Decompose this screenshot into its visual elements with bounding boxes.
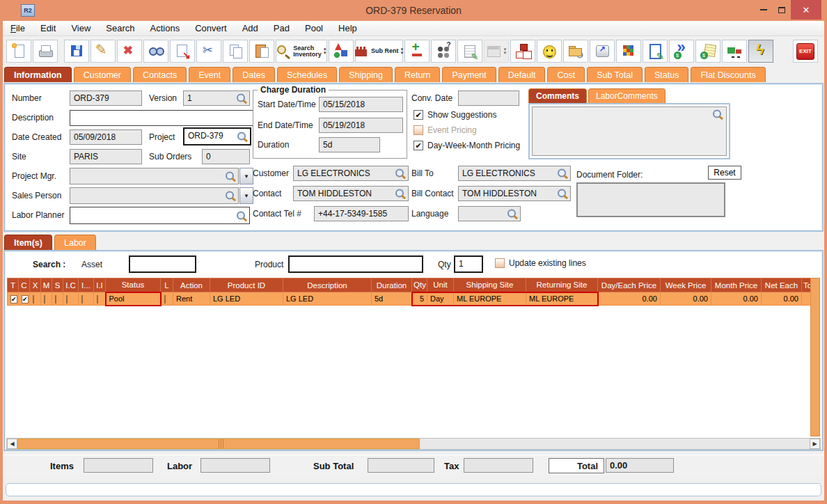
cell-description[interactable]: LG LED — [283, 292, 372, 306]
title-bar[interactable]: R2 ORD-379 Reservation ✕ — [0, 0, 827, 21]
col-product-id[interactable]: Product ID — [210, 278, 283, 292]
contact-field[interactable]: TOM HIDDLESTON — [293, 186, 409, 201]
dropdown-arrows-icon[interactable] — [400, 48, 404, 55]
checkbox-icon[interactable] — [22, 295, 29, 304]
menu-actions[interactable]: Actions — [143, 22, 188, 35]
cell-ii[interactable] — [94, 292, 106, 306]
exit-button[interactable]: EXIT — [793, 40, 818, 63]
scrollbar-track[interactable] — [420, 439, 810, 449]
checkbox-icon[interactable] — [33, 295, 34, 304]
checkbox-icon[interactable] — [66, 295, 68, 304]
cut-button[interactable] — [196, 40, 221, 63]
col-s[interactable]: S — [52, 278, 63, 292]
cell-t[interactable] — [8, 292, 19, 306]
cell-net-each[interactable]: 0.00 — [762, 292, 802, 306]
project-mgr-dropdown[interactable] — [239, 168, 253, 184]
cell-ic[interactable] — [63, 292, 79, 306]
search-inventory-button[interactable]: Search Inventory — [276, 40, 326, 63]
cell-action[interactable]: Rent — [173, 292, 210, 306]
version-field[interactable]: 1 — [183, 90, 250, 106]
smiley-button[interactable] — [537, 40, 562, 63]
org-chart-button[interactable] — [510, 40, 535, 63]
search-icon[interactable] — [557, 189, 568, 199]
menu-search[interactable]: Search — [98, 22, 142, 35]
bill-to-field[interactable]: LG ELECTRONICS — [458, 166, 571, 181]
menu-convert[interactable]: Convert — [187, 22, 235, 35]
show-suggestions-checkbox[interactable] — [414, 110, 423, 120]
tab-dates[interactable]: Dates — [233, 67, 275, 82]
tab-default[interactable]: Default — [498, 67, 546, 82]
checkbox-icon[interactable] — [97, 295, 98, 304]
edit-document-button[interactable] — [643, 40, 668, 63]
paste-button[interactable] — [249, 40, 274, 63]
tab-labor[interactable]: Labor — [54, 235, 96, 250]
color-blocks-button[interactable] — [616, 40, 641, 63]
search-icon[interactable] — [507, 209, 518, 219]
menu-pad[interactable]: Pad — [266, 22, 297, 35]
maximize-button[interactable] — [773, 0, 791, 19]
cell-x[interactable] — [30, 292, 41, 306]
cell-day-each-price[interactable]: 0.00 — [598, 292, 661, 306]
project-input[interactable]: ORD-379 — [183, 127, 251, 145]
tab-items[interactable]: Item(s) — [4, 235, 52, 250]
cell-month-price[interactable]: 0.00 — [711, 292, 762, 306]
col-qty[interactable]: Qty — [412, 278, 427, 292]
horizontal-scrollbar[interactable]: ◀ ▶ — [6, 438, 821, 450]
cell-status[interactable]: Pool — [106, 292, 161, 306]
col-ic[interactable]: I.C — [63, 278, 79, 292]
cell-product-id[interactable]: LG LED — [210, 292, 283, 306]
checkbox-icon[interactable] — [10, 295, 17, 304]
transport-button[interactable] — [722, 40, 747, 63]
tab-customer[interactable]: Customer — [74, 67, 131, 82]
update-existing-checkbox[interactable] — [495, 258, 505, 268]
col-m[interactable]: M — [41, 278, 52, 292]
tab-sub-total[interactable]: Sub Total — [587, 67, 643, 82]
col-i-dot[interactable]: I... — [79, 278, 94, 292]
close-button[interactable]: ✕ — [791, 0, 821, 19]
search-icon[interactable] — [712, 109, 723, 120]
search-icon[interactable] — [236, 210, 247, 221]
cell-unit[interactable]: Day — [427, 292, 454, 306]
tab-information[interactable]: Information — [4, 67, 72, 82]
menu-pool[interactable]: Pool — [297, 22, 331, 35]
col-shipping-site[interactable]: Shipping Site — [454, 278, 526, 292]
col-c[interactable]: C — [19, 278, 30, 292]
menu-help[interactable]: Help — [331, 22, 365, 35]
col-status[interactable]: Status — [106, 278, 161, 292]
cell-shipping-site[interactable]: ML EUROPE — [454, 292, 526, 306]
vertical-scrollbar[interactable] — [810, 278, 820, 436]
cell-c[interactable] — [19, 292, 30, 306]
search-icon[interactable] — [225, 191, 236, 201]
col-month-price[interactable]: Month Price — [711, 278, 762, 292]
tab-flat-discounts[interactable]: Flat Discounts — [691, 67, 765, 82]
notes-button[interactable] — [457, 40, 482, 63]
labor-planner-input[interactable] — [70, 207, 250, 224]
cell-s[interactable] — [52, 292, 63, 306]
copy-button[interactable] — [223, 40, 248, 63]
tab-return[interactable]: Return — [395, 67, 441, 82]
save-button[interactable] — [64, 40, 89, 63]
tab-labor-comments[interactable]: LaborComments — [588, 88, 665, 103]
description-input[interactable] — [70, 110, 253, 126]
tab-cost[interactable]: Cost — [547, 67, 585, 82]
col-day-each-price[interactable]: Day/Each Price — [598, 278, 661, 292]
checkbox-icon[interactable] — [44, 295, 45, 304]
search-icon[interactable] — [395, 168, 406, 179]
shapes-button[interactable] — [329, 40, 354, 63]
col-t[interactable]: T — [8, 278, 19, 292]
tab-status[interactable]: Status — [645, 67, 688, 82]
search-icon[interactable] — [237, 132, 248, 142]
menu-edit[interactable]: Edit — [33, 22, 63, 35]
qty-input[interactable]: 1 — [454, 255, 483, 273]
cell-duration[interactable]: 5d — [372, 292, 412, 306]
minimize-button[interactable] — [755, 0, 773, 19]
delete-button[interactable] — [117, 40, 142, 63]
cell-returning-site[interactable]: ML EUROPE — [526, 292, 598, 306]
col-net-each[interactable]: Net Each — [762, 278, 802, 292]
sales-person-dropdown[interactable] — [239, 187, 253, 204]
dropdown-arrows-icon[interactable] — [323, 48, 327, 55]
customer-field[interactable]: LG ELECTRONICS — [293, 166, 409, 181]
document-folder-box[interactable] — [576, 182, 725, 217]
search-icon[interactable] — [557, 168, 568, 179]
print-button[interactable] — [33, 40, 58, 63]
